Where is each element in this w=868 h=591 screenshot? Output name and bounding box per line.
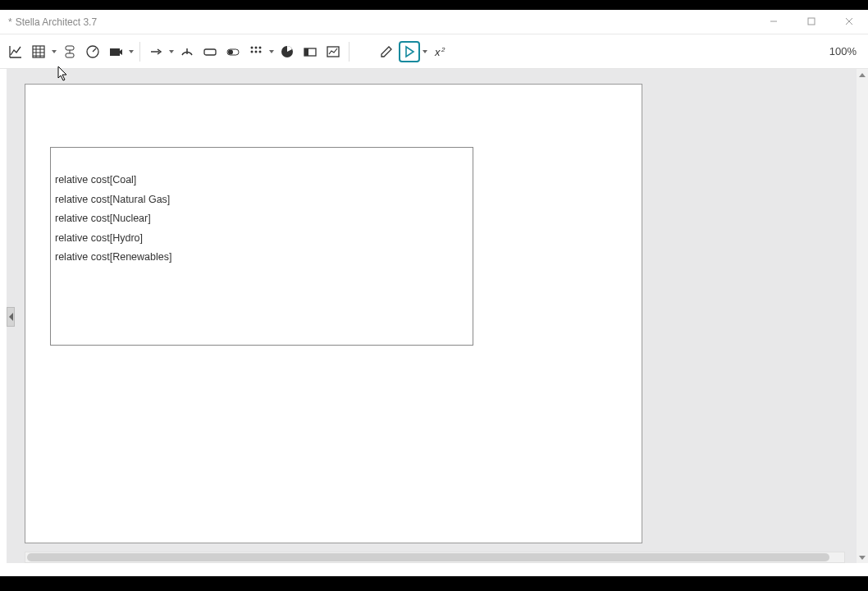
svg-point-24 [251,50,254,53]
knob-tool[interactable] [176,41,198,62]
table-tool[interactable] [28,41,49,62]
equation-tool[interactable]: x2 [430,41,451,62]
switch-tool[interactable] [222,41,244,62]
canvas[interactable]: relative cost[Coal] relative cost[Natura… [16,69,857,563]
button-tool[interactable] [199,41,221,62]
variable-item[interactable]: relative cost[Renewables] [55,248,468,268]
run-button[interactable] [399,41,420,62]
edit-tool[interactable] [376,41,397,62]
svg-rect-18 [204,49,216,55]
svg-line-14 [93,48,96,52]
gauge-tool[interactable] [82,41,103,62]
svg-point-22 [255,46,258,48]
app-title-star: * [8,16,12,28]
pie-tool[interactable] [276,41,298,62]
svg-point-20 [228,49,233,54]
toolbar: x2 100% [0,34,868,69]
zoom-level[interactable]: 100% [829,45,863,57]
scroll-down-button[interactable] [857,552,868,563]
variable-item[interactable]: relative cost[Nuclear] [55,209,468,229]
graph-tool[interactable] [5,41,26,62]
close-button[interactable] [830,10,868,33]
scroll-up-button[interactable] [857,69,868,80]
status-tool[interactable] [59,41,80,62]
run-dropdown[interactable] [422,41,428,62]
svg-text:2: 2 [441,46,445,53]
variable-item[interactable]: relative cost[Hydro] [55,229,468,249]
arrow-tool[interactable] [145,41,167,62]
app-title: Stella Architect 3.7 [16,16,97,28]
minimize-button[interactable] [755,10,793,33]
svg-point-23 [259,46,262,48]
bottom-border [0,576,868,591]
arrow-dropdown[interactable] [168,41,175,62]
svg-point-21 [251,46,254,48]
variable-list-box[interactable]: relative cost[Coal] relative cost[Natura… [50,147,473,346]
separator [349,42,349,62]
separator [139,42,140,62]
panel-tool[interactable] [299,41,321,62]
table-dropdown[interactable] [51,41,57,62]
vertical-scrollbar[interactable] [857,69,868,563]
model-page[interactable]: relative cost[Coal] relative cost[Natura… [25,84,642,543]
grid-tool[interactable] [245,41,267,62]
svg-rect-29 [304,48,308,56]
horizontal-scrollbar[interactable] [25,552,845,563]
svg-point-25 [255,50,258,53]
variable-item[interactable]: relative cost[Coal] [55,171,468,190]
grid-dropdown[interactable] [268,41,275,62]
svg-rect-11 [66,53,74,57]
maximize-button[interactable] [793,10,830,33]
camera-tool[interactable] [105,41,126,62]
left-panel-toggle[interactable] [7,307,15,327]
svg-text:x: x [434,46,441,58]
variable-item[interactable]: relative cost[Natural Gas] [55,190,468,210]
camera-dropdown[interactable] [128,41,135,62]
svg-rect-1 [808,18,815,25]
svg-rect-15 [110,48,120,56]
workspace: relative cost[Coal] relative cost[Natura… [7,69,868,563]
svg-rect-10 [66,46,74,50]
titlebar: * Stella Architect 3.7 [0,10,868,34]
app-body: x2 100% relative cost[Coal] relative cos… [0,34,868,576]
chart-panel-tool[interactable] [322,41,344,62]
svg-point-26 [259,50,262,53]
